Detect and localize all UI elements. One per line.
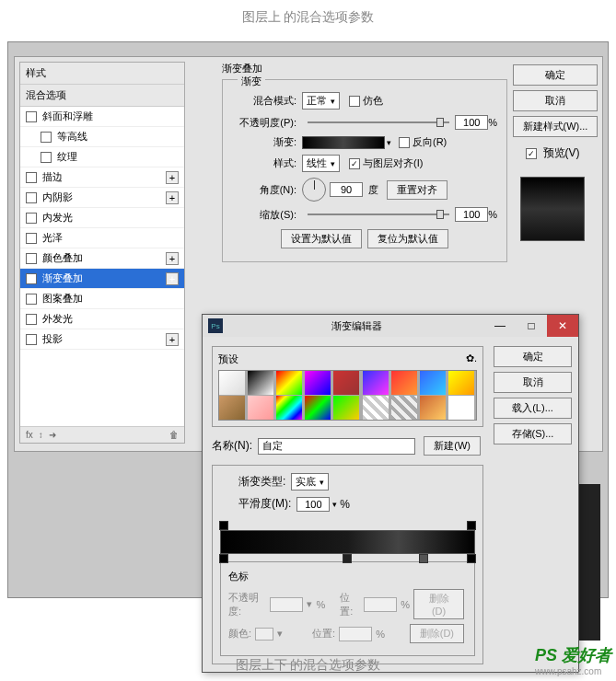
style-checkbox[interactable] [26,213,37,224]
add-effect-button[interactable]: + [166,191,179,204]
preset-swatch[interactable] [333,396,359,420]
gradient-swatch[interactable] [302,136,385,149]
scale-slider[interactable] [308,214,449,215]
chevron-down-icon[interactable]: ▾ [332,500,337,509]
preset-swatch[interactable] [305,371,331,395]
add-effect-button[interactable]: + [166,333,179,346]
preset-swatch[interactable] [219,396,245,420]
style-item[interactable]: 纹理 [20,147,184,167]
style-label: 等高线 [57,130,87,144]
add-effect-button[interactable]: + [166,252,179,265]
editor-save-button[interactable]: 存储(S)... [494,423,572,444]
preview-checkbox[interactable]: ✓ [526,148,537,159]
dither-checkbox[interactable] [349,96,360,107]
trash-icon[interactable]: 🗑 [169,430,179,440]
scale-input[interactable] [455,207,488,222]
preset-swatch[interactable] [248,396,273,420]
titlebar[interactable]: Ps 渐变编辑器 — □ ✕ [203,315,578,337]
preset-swatch[interactable] [363,371,389,395]
style-item[interactable]: ✓渐变叠加+ [20,269,184,289]
new-button[interactable]: 新建(W) [424,436,481,456]
style-item[interactable]: 描边+ [20,167,184,188]
minimize-button[interactable]: — [484,315,516,337]
preset-swatch[interactable] [391,371,417,395]
angle-input[interactable] [330,182,363,197]
blend-mode-select[interactable]: 正常 [302,92,340,110]
style-checkbox[interactable] [26,172,37,183]
style-item[interactable]: 内发光 [20,208,184,228]
new-style-button[interactable]: 新建样式(W)... [513,116,598,137]
style-select[interactable]: 线性 [302,155,340,172]
arrow-right-icon[interactable]: ➜ [49,430,56,440]
preset-swatch[interactable] [448,371,474,395]
color-swatch [255,628,273,641]
style-checkbox[interactable] [26,253,37,264]
style-label: 斜面和浮雕 [42,110,93,123]
style-checkbox[interactable] [26,314,37,325]
name-label: 名称(N): [212,438,252,454]
style-checkbox[interactable]: ✓ [26,273,37,284]
preset-swatch[interactable] [363,396,389,420]
chevron-down-icon[interactable]: ▾ [387,138,391,147]
style-checkbox[interactable] [41,132,52,143]
opacity-slider[interactable] [308,121,449,123]
opacity-input[interactable] [455,115,488,130]
preset-swatch[interactable] [276,371,302,395]
opacity-stop[interactable] [467,521,476,530]
style-item[interactable]: 投影+ [20,329,184,350]
style-item[interactable]: 光泽 [20,228,184,248]
style-checkbox[interactable] [26,233,37,244]
gear-icon[interactable]: ✿. [466,352,477,366]
scale-label: 缩放(S): [232,208,296,222]
style-item[interactable]: 等高线 [20,127,184,147]
style-item[interactable]: 颜色叠加+ [20,248,184,269]
preset-swatch[interactable] [305,396,331,420]
blend-options-header[interactable]: 混合选项 [20,85,184,107]
style-checkbox[interactable] [26,111,37,122]
add-effect-button[interactable]: + [166,171,179,184]
reverse-checkbox[interactable] [399,137,410,148]
smooth-input[interactable] [296,497,330,512]
arrow-up-down-icon[interactable]: ↕ [39,430,43,440]
preset-swatch[interactable] [248,371,273,395]
opacity-label: 不透明度(P): [232,116,296,130]
style-item[interactable]: 内阴影+ [20,188,184,208]
color-stop[interactable] [343,554,352,563]
align-checkbox[interactable]: ✓ [349,158,360,169]
editor-cancel-button[interactable]: 取消 [494,372,572,393]
close-button[interactable]: ✕ [547,315,578,337]
cancel-button[interactable]: 取消 [513,90,598,111]
caption-top: 图层上 的混合选项参数 [0,0,616,35]
editor-load-button[interactable]: 载入(L)... [494,398,572,419]
angle-dial[interactable] [302,178,326,202]
ok-button[interactable]: 确定 [513,64,598,86]
color-stop[interactable] [219,554,228,563]
maximize-button[interactable]: □ [516,315,547,337]
preset-swatch[interactable] [391,396,417,420]
opacity-stop[interactable] [219,521,228,530]
style-checkbox[interactable] [26,334,37,345]
add-effect-button[interactable]: + [166,272,179,285]
editor-ok-button[interactable]: 确定 [494,346,572,367]
style-checkbox[interactable] [26,294,37,305]
set-default-button[interactable]: 设置为默认值 [281,229,362,248]
color-stop[interactable] [419,554,428,563]
color-stop[interactable] [467,554,476,563]
preset-swatch[interactable] [420,371,446,395]
preset-swatch[interactable] [420,396,446,420]
name-input[interactable] [258,438,415,455]
preset-swatch[interactable] [448,396,474,420]
preset-swatch[interactable] [333,371,359,395]
preset-swatch[interactable] [276,396,302,420]
style-item[interactable]: 图案叠加 [20,289,184,309]
reset-align-button[interactable]: 重置对齐 [387,180,447,200]
style-item[interactable]: 外发光 [20,309,184,329]
reset-default-button[interactable]: 复位为默认值 [367,229,448,248]
gradient-bar[interactable] [220,530,475,554]
type-select[interactable]: 实底 [291,473,329,491]
preset-swatch[interactable] [219,371,245,395]
style-checkbox[interactable] [26,192,37,203]
style-item[interactable]: 斜面和浮雕 [20,107,184,127]
style-checkbox[interactable] [41,152,52,163]
dialog-title: 渐变编辑器 [228,319,484,333]
